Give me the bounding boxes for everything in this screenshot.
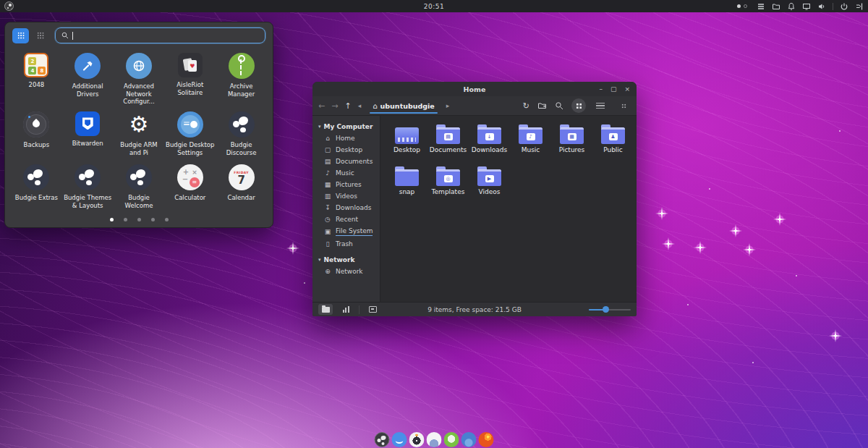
playing-cards-icon: ♥: [178, 53, 203, 77]
workspace-dot-active[interactable]: [737, 4, 741, 8]
dock-chat-app-icon[interactable]: [392, 432, 407, 447]
places-toggle-button[interactable]: [318, 304, 333, 315]
sidebar-item-trash[interactable]: ▯Trash: [312, 238, 380, 250]
app-backups[interactable]: Backups: [11, 108, 62, 159]
sidebar-section-network[interactable]: ▾ Network: [312, 254, 380, 266]
zoom-slider[interactable]: [589, 305, 631, 315]
clock[interactable]: 20:51: [424, 3, 444, 10]
page-dot-2[interactable]: [124, 218, 127, 221]
app-bitwarden[interactable]: Bitwarden: [62, 108, 114, 159]
forward-button[interactable]: →: [331, 102, 338, 110]
budgie-app-menu: 248 2048 Additional Drivers Advanced Net…: [4, 22, 273, 228]
file-videos[interactable]: ▶ Videos: [469, 164, 510, 196]
app-2048[interactable]: 248 2048: [11, 49, 62, 106]
app-budgie-themes-layouts[interactable]: Budgie Themes & Layouts: [62, 161, 114, 211]
page-dot-5[interactable]: [165, 218, 169, 221]
close-button[interactable]: ×: [624, 82, 630, 96]
sidebar-item-file-system[interactable]: ▣File System: [312, 225, 380, 238]
workspace-switcher[interactable]: [737, 4, 747, 8]
workspace-dot[interactable]: [744, 4, 747, 8]
home-icon: ⌂: [373, 102, 377, 110]
back-button[interactable]: ←: [318, 102, 325, 110]
search-button[interactable]: [555, 101, 563, 110]
sidebar-item-network[interactable]: ⊕Network: [312, 266, 380, 277]
app-label: Calendar: [227, 194, 255, 202]
breadcrumb-prev-icon[interactable]: ◂: [358, 102, 362, 109]
toggle-location-entry-button[interactable]: [537, 101, 547, 110]
app-calculator[interactable]: +×−= Calculator: [164, 161, 216, 211]
sidebar-item-home[interactable]: ⌂Home: [312, 132, 380, 144]
dock-software-app-icon[interactable]: [444, 432, 459, 447]
breadcrumb-next-icon[interactable]: ▸: [446, 102, 450, 109]
globe-icon: [126, 53, 152, 79]
app-archive-manager[interactable]: Archive Manager: [216, 49, 267, 106]
notifications-bell-icon[interactable]: [787, 2, 796, 11]
sidebar-item-recent[interactable]: ◷Recent: [312, 214, 380, 225]
app-label: Budgie ARM and Pi: [114, 141, 163, 156]
app-budgie-desktop-settings[interactable]: Budgie Desktop Settings: [164, 108, 216, 159]
sparkle: [829, 329, 842, 342]
file-view[interactable]: Desktop ▤ Documents ↓ Downloads ♪ Music …: [380, 116, 637, 302]
app-label: Budgie Desktop Settings: [165, 141, 215, 156]
sparkle: [662, 237, 675, 250]
sidebar-item-documents[interactable]: ▤Documents: [312, 156, 380, 167]
calendar-icon: FRIDAY7: [229, 164, 255, 190]
app-advanced-network[interactable]: Advanced Network Configur...: [114, 49, 165, 106]
page-dot-3[interactable]: [137, 218, 141, 221]
file-pictures[interactable]: ▦ Pictures: [551, 122, 592, 154]
page-dot-1[interactable]: [110, 218, 114, 221]
dock-browser-app-icon[interactable]: [461, 432, 477, 447]
breadcrumb[interactable]: ⌂ ubuntubudgie: [367, 98, 440, 114]
app-budgie-welcome[interactable]: Budgie Welcome: [114, 161, 165, 211]
file-desktop[interactable]: Desktop: [386, 122, 427, 154]
compact-view-button[interactable]: [616, 98, 631, 113]
app-budgie-extras[interactable]: Budgie Extras: [11, 161, 62, 211]
sidebar-item-pictures[interactable]: ▦Pictures: [312, 179, 380, 190]
gear-icon: ⚙: [126, 111, 152, 138]
list-view-button[interactable]: [594, 98, 608, 113]
file-downloads[interactable]: ↓ Downloads: [469, 122, 510, 154]
sidebar-item-videos[interactable]: ▥Videos: [312, 190, 380, 202]
app-additional-drivers[interactable]: Additional Drivers: [62, 49, 114, 106]
sidebar-item-desktop[interactable]: ▢Desktop: [312, 144, 380, 156]
display-icon[interactable]: [802, 2, 811, 11]
app-calendar[interactable]: FRIDAY7 Calendar: [216, 161, 267, 211]
file-snap[interactable]: snap: [386, 164, 427, 196]
file-public[interactable]: ♟ Public: [592, 122, 634, 154]
menu-hamburger-icon[interactable]: [757, 2, 765, 11]
icon-view-button[interactable]: [571, 98, 586, 113]
raven-sidebar-icon[interactable]: [855, 2, 864, 11]
file-documents[interactable]: ▤ Documents: [427, 122, 469, 154]
file-label: Music: [522, 147, 540, 154]
file-music[interactable]: ♪ Music: [510, 122, 551, 154]
sidebar-item-music[interactable]: ♪Music: [312, 167, 380, 179]
app-search-input[interactable]: [55, 28, 265, 43]
grid-view-toggle[interactable]: [12, 28, 29, 43]
file-templates[interactable]: ◎ Templates: [427, 164, 469, 196]
budgie-menu-button[interactable]: [4, 1, 14, 11]
window-titlebar[interactable]: Home – ▢ ×: [312, 82, 637, 96]
terminal-toggle-button[interactable]: [365, 304, 380, 315]
treeview-toggle-button[interactable]: [339, 304, 353, 315]
volume-icon[interactable]: [817, 2, 826, 11]
category-view-toggle[interactable]: [32, 28, 48, 43]
dock-camera-app-icon[interactable]: [409, 432, 425, 447]
app-aisleriot-solitaire[interactable]: ♥ AisleRiot Solitaire: [164, 49, 216, 106]
sidebar-section-my-computer[interactable]: ▾ My Computer: [312, 121, 380, 132]
up-button[interactable]: ↑: [344, 102, 351, 110]
page-dot-4[interactable]: [151, 218, 155, 221]
power-icon[interactable]: [840, 2, 848, 11]
dock-budgie-menu-icon[interactable]: [375, 432, 390, 447]
dock-files-app-icon[interactable]: [427, 432, 442, 447]
maximize-button[interactable]: ▢: [610, 82, 617, 96]
app-budgie-arm-pi[interactable]: ⚙ Budgie ARM and Pi: [114, 108, 165, 159]
folder-icon: ↓: [477, 127, 501, 144]
files-tray-icon[interactable]: [772, 2, 780, 11]
file-label: Public: [603, 147, 623, 154]
app-budgie-discourse[interactable]: Budgie Discourse: [216, 108, 267, 159]
minimize-button[interactable]: –: [599, 82, 603, 96]
dock-firefox-icon[interactable]: [479, 432, 494, 447]
sidebar-item-downloads[interactable]: ↧Downloads: [312, 202, 380, 214]
zoom-slider-thumb[interactable]: [603, 306, 609, 313]
refresh-button[interactable]: ↻: [523, 102, 529, 110]
